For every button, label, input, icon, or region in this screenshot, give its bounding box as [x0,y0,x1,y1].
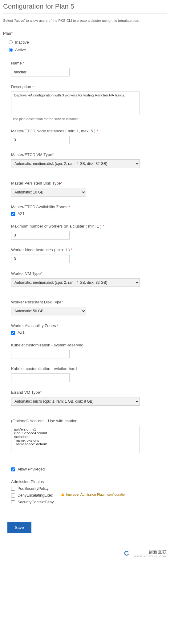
plugin-securitycontext-row[interactable]: SecurityContextDeny [11,500,54,504]
radio-inactive[interactable] [9,40,13,44]
worker-vm-type-select[interactable]: Automatic: medium.disk (cpu: 2, ram: 4 G… [11,278,140,287]
errand-vm-select[interactable]: Automatic: micro (cpu: 1, ram: 1 GB, dis… [11,397,140,406]
plugin-denyescalating-row[interactable]: DenyEscalatingExec [11,493,54,498]
name-input[interactable] [11,68,70,76]
plugin-securitycontext-label: SecurityContextDeny [18,500,54,504]
plugin-denyescalating-label: DenyEscalatingExec [18,493,53,498]
admission-warning: Improper Admission Plugin configuratio [61,493,125,496]
master-disk-type-label: Master Persistent Disk Type* [11,181,167,185]
worker-az-label: Worker Availability Zones * [11,323,167,328]
description-help: The plan description for the service ins… [12,117,167,121]
kubelet-sys-input[interactable] [11,350,70,358]
master-az-label: Master/ETCD Availability Zones * [11,205,167,209]
watermark: C 创新互联 WWW.CDCXHL.COM [0,548,170,559]
radio-active-label: Active [15,48,26,52]
plugin-podsecurity-checkbox[interactable] [11,487,15,491]
master-az-checkbox[interactable] [11,212,15,216]
worker-instances-label: Worker Node Instances ( min: 1 ) * [11,248,167,252]
allow-privileged-row[interactable]: Allow Privileged [11,467,167,471]
master-instances-input[interactable] [11,136,70,144]
master-vm-type-label: Master/ETCD VM Type* [11,152,167,157]
addons-textarea[interactable]: apiVersion: v1 kind: ServiceAccount meta… [11,426,140,453]
watermark-logo-icon: C [121,548,132,559]
radio-inactive-label: Inactive [15,40,29,45]
worker-disk-type-select[interactable]: Automatic: 50 GB [11,307,86,315]
plan-radio-active[interactable]: Active [9,48,167,52]
errand-vm-label: Errand VM Type* [11,390,167,395]
radio-active[interactable] [9,48,13,52]
watermark-sub: WWW.CDCXHL.COM [134,555,167,558]
name-label: Name * [11,61,167,65]
plugin-podsecurity-row[interactable]: PodSecurityPolicy [11,486,54,491]
worker-instances-input[interactable] [11,255,70,263]
help-text: Select 'Active' to allow users of the PK… [3,19,167,22]
warning-icon [61,493,65,496]
master-instances-label: Master/ETCD Node Instances ( min: 1, max… [11,129,167,133]
kubelet-sys-label: Kubelet customization - system-reserved [11,343,167,347]
plugin-securitycontext-checkbox[interactable] [11,500,15,504]
save-button[interactable]: Save [7,522,31,533]
description-textarea[interactable]: Deploys HA configuration with 3 workers … [11,92,140,114]
page-title: Configuration for Plan 5 [3,2,167,12]
admission-warning-text: Improper Admission Plugin configuratio [66,493,125,496]
master-vm-type-select[interactable]: Automatic: medium.disk (cpu: 2, ram: 4 G… [11,159,140,168]
plan-label: Plan* [3,31,167,36]
master-az-checkbox-row[interactable]: AZ1 [11,212,167,216]
plan-radio-inactive[interactable]: Inactive [9,40,167,45]
divider [3,14,167,14]
addons-label: (Optional) Add-ons - Use with caution [11,419,167,423]
worker-vm-type-label: Worker VM Type* [11,271,167,276]
max-workers-label: Maximum number of workers on a cluster (… [11,224,167,228]
plugin-podsecurity-label: PodSecurityPolicy [18,486,49,491]
plan-label-text: Plan [3,31,11,36]
worker-az-option-label: AZ1 [18,330,25,335]
master-disk-type-select[interactable]: Automatic: 10 GB [11,188,86,197]
plugin-denyescalating-checkbox[interactable] [11,494,15,498]
worker-disk-type-label: Worker Persistent Disk Type* [11,300,167,304]
worker-az-checkbox-row[interactable]: AZ1 [11,330,167,335]
max-workers-input[interactable] [11,231,70,240]
kubelet-evict-input[interactable] [11,373,70,382]
admission-plugins-label: Admission Plugins [11,479,167,484]
watermark-brand: 创新互联 [148,549,167,554]
worker-az-checkbox[interactable] [11,331,15,335]
kubelet-evict-label: Kubelet customization - eviction-hard [11,366,167,371]
allow-privileged-label: Allow Privileged [18,467,45,471]
allow-privileged-checkbox[interactable] [11,467,15,471]
master-az-option-label: AZ1 [18,212,25,216]
description-label: Description * [11,84,167,89]
